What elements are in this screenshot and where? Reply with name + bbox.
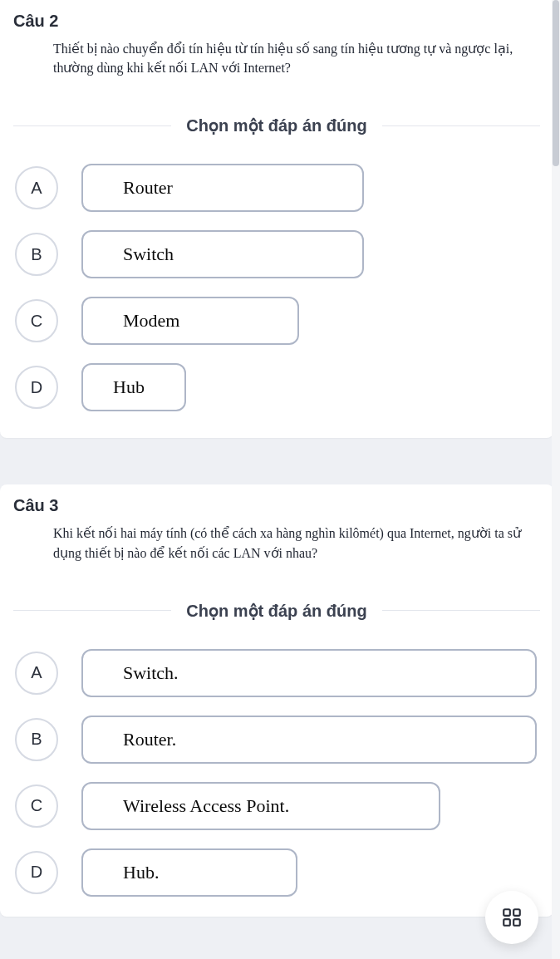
svg-rect-3 (513, 919, 520, 926)
option-label: Router (81, 164, 364, 212)
scrollbar-track[interactable] (552, 0, 560, 959)
option-label: Hub. (81, 848, 297, 897)
instruction-label: Chọn một đáp án đúng (171, 601, 381, 621)
option-a[interactable]: A Switch. (15, 649, 540, 697)
option-label: Wireless Access Point. (81, 782, 440, 830)
grid-icon (501, 907, 523, 928)
question-title: Câu 2 (13, 12, 540, 31)
svg-rect-1 (513, 909, 520, 916)
option-letter: B (15, 718, 58, 761)
option-label: Switch (81, 230, 364, 278)
option-label: Modem (81, 297, 299, 345)
option-label: Router. (81, 716, 537, 764)
option-letter: D (15, 851, 58, 894)
question-body: Khi kết nối hai máy tính (có thể cách xa… (13, 524, 540, 562)
options-list: A Router B Switch C Modem D Hub (13, 164, 540, 411)
question-card-2: Câu 2 Thiết bị nào chuyển đổi tín hiệu t… (0, 0, 553, 438)
option-letter: B (15, 233, 58, 276)
scrollbar-thumb[interactable] (553, 0, 559, 166)
instruction-separator: Chọn một đáp án đúng (13, 601, 540, 621)
options-list: A Switch. B Router. C Wireless Access Po… (13, 649, 540, 897)
option-c[interactable]: C Wireless Access Point. (15, 782, 540, 830)
option-label: Hub (81, 363, 186, 411)
option-letter: D (15, 366, 58, 409)
instruction-separator: Chọn một đáp án đúng (13, 116, 540, 135)
question-title: Câu 3 (13, 496, 540, 515)
option-letter: A (15, 652, 58, 695)
svg-rect-0 (504, 909, 510, 916)
option-letter: C (15, 299, 58, 342)
option-letter: A (15, 166, 58, 209)
option-b[interactable]: B Router. (15, 716, 540, 764)
option-d[interactable]: D Hub. (15, 848, 540, 897)
option-c[interactable]: C Modem (15, 297, 540, 345)
option-b[interactable]: B Switch (15, 230, 540, 278)
instruction-label: Chọn một đáp án đúng (171, 116, 381, 135)
question-card-3: Câu 3 Khi kết nối hai máy tính (có thể c… (0, 484, 553, 916)
option-a[interactable]: A Router (15, 164, 540, 212)
grid-fab-button[interactable] (485, 891, 538, 944)
question-body: Thiết bị nào chuyển đổi tín hiệu từ tín … (13, 39, 540, 77)
option-letter: C (15, 784, 58, 828)
svg-rect-2 (504, 919, 510, 926)
option-d[interactable]: D Hub (15, 363, 540, 411)
option-label: Switch. (81, 649, 537, 697)
quiz-scroll-area: Câu 2 Thiết bị nào chuyển đổi tín hiệu t… (0, 0, 560, 959)
